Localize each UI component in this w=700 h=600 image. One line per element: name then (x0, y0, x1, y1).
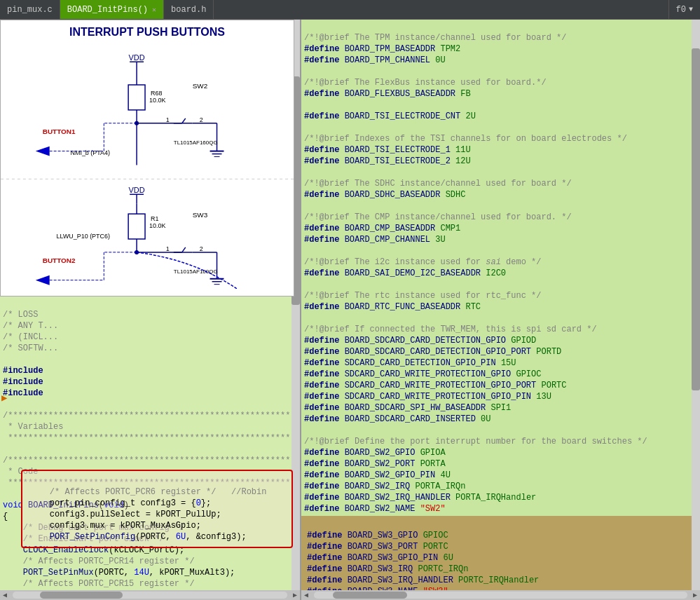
svg-text:R68: R68 (151, 90, 162, 97)
right-code-content: /*!@brief The TPM instance/channel used … (301, 20, 700, 590)
tab-bar: pin_mux.c BOARD_InitPins() ✕ board.h f0 … (0, 0, 700, 20)
left-hscrollbar[interactable] (13, 592, 287, 599)
svg-text:TL1015AF160QG: TL1015AF160QG (174, 139, 218, 146)
tab-board-h-label: board.h (171, 5, 206, 15)
toolbar-f0: f0 ▼ (668, 0, 700, 19)
svg-text:LLWU_P10 (PTC6): LLWU_P10 (PTC6) (57, 233, 110, 240)
tab-pin-mux-c[interactable]: pin_mux.c (0, 0, 60, 19)
tab-board-initpins[interactable]: BOARD_InitPins() ✕ (60, 0, 164, 19)
svg-text:10.0K: 10.0K (149, 97, 165, 104)
svg-text:BUTTON1: BUTTON1 (43, 128, 76, 135)
right-pane: /*!@brief The TPM instance/channel used … (301, 20, 700, 600)
main-container: INTERRUPT PUSH BUTTONS VDD R68 10.0K (0, 20, 700, 600)
toolbar-f0-label: f0 (676, 5, 686, 15)
schematic-title: INTERRUPT PUSH BUTTONS (1, 20, 294, 41)
arrow-indicator: ▶ (1, 392, 7, 404)
svg-text:SW3: SW3 (193, 211, 208, 219)
svg-text:2: 2 (200, 245, 203, 252)
tab-board-h[interactable]: board.h (164, 0, 214, 19)
left-hscrollbar-thumb (40, 592, 123, 599)
tab-board-initpins-close[interactable]: ✕ (152, 6, 156, 14)
highlight-box-code: /* Affects PORTC_PCR6 register */ //Robi… (27, 474, 287, 544)
tab-board-initpins-label: BOARD_InitPins() (67, 5, 148, 15)
toolbar-f0-arrow: ▼ (689, 6, 693, 13)
right-code-block: /*!@brief The TPM instance/channel used … (301, 20, 700, 516)
svg-text:SW2: SW2 (193, 82, 208, 90)
schematic-overlay: INTERRUPT PUSH BUTTONS VDD R68 10.0K (0, 20, 294, 296)
right-bottom-bar: ◀ ▶ (301, 590, 700, 600)
tab-pin-mux-c-label: pin_mux.c (7, 5, 53, 15)
svg-text:VDD: VDD (129, 186, 145, 194)
svg-text:1: 1 (166, 245, 170, 252)
right-hscrollbar-thumb (333, 592, 408, 599)
svg-text:R1: R1 (151, 215, 158, 222)
right-scroll-right-btn[interactable]: ▶ (690, 591, 700, 599)
left-code-bottom: /* LOSS /* ANY T... /* (INCL... /* SOFTW… (0, 296, 300, 590)
tab-spacer (214, 0, 668, 19)
left-pane: INTERRUPT PUSH BUTTONS VDD R68 10.0K (0, 20, 301, 600)
sw3-highlight-block: #define BOARD_SW3_GPIO GPIOC #define BOA… (301, 516, 700, 590)
scroll-left-btn[interactable]: ◀ (0, 591, 10, 599)
right-vscrollbar[interactable] (692, 20, 700, 590)
schematic-svg: VDD R68 10.0K SW2 1 (1, 41, 294, 289)
left-bottom-bar: ◀ ▶ (0, 590, 300, 600)
sw3-highlight-code: #define BOARD_SW3_GPIO GPIOC #define BOA… (304, 517, 697, 590)
svg-text:2: 2 (200, 116, 203, 123)
svg-text:1: 1 (166, 116, 170, 123)
scroll-right-btn[interactable]: ▶ (290, 591, 300, 599)
svg-rect-0 (1, 43, 294, 287)
right-hscrollbar[interactable] (314, 592, 687, 599)
svg-text:BUTTON2: BUTTON2 (43, 257, 76, 264)
svg-text:VDD: VDD (129, 53, 145, 62)
right-vscrollbar-thumb (692, 48, 700, 390)
right-scroll-left-btn[interactable]: ◀ (301, 591, 311, 599)
highlight-box: /* Affects PORTC_PCR6 register */ //Robi… (21, 470, 293, 548)
svg-text:10.0K: 10.0K (149, 222, 165, 229)
